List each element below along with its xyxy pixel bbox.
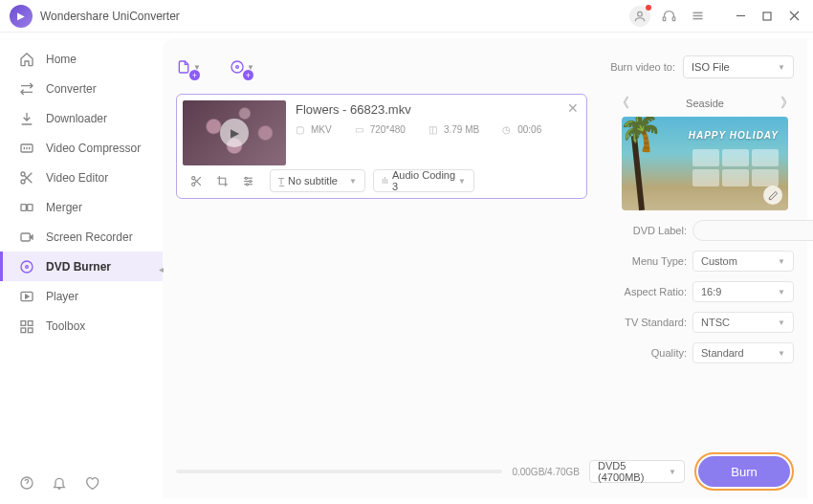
play-icon bbox=[19, 289, 34, 304]
sidebar-item-label: Downloader bbox=[46, 112, 107, 125]
video-card: ▶ Flowers - 66823.mkv ▢MKV ▭720*480 ◫3.7… bbox=[176, 94, 587, 199]
sidebar-item-home[interactable]: Home bbox=[0, 44, 163, 74]
content-row: ▶ Flowers - 66823.mkv ▢MKV ▭720*480 ◫3.7… bbox=[176, 94, 794, 450]
sidebar-item-recorder[interactable]: Screen Recorder bbox=[0, 222, 163, 252]
sidebar: Home Converter Downloader Video Compress… bbox=[0, 33, 163, 504]
sidebar-item-merger[interactable]: Merger bbox=[0, 192, 163, 222]
video-meta: ▢MKV ▭720*480 ◫3.79 MB ◷00:06 bbox=[296, 124, 581, 135]
heart-icon[interactable] bbox=[84, 475, 101, 493]
dvd-label-input[interactable] bbox=[692, 220, 813, 241]
close-button[interactable] bbox=[784, 7, 803, 26]
svg-rect-22 bbox=[28, 320, 33, 325]
template-slot bbox=[752, 149, 779, 166]
video-size: 3.79 MB bbox=[444, 124, 479, 135]
sidebar-item-toolbox[interactable]: Toolbox bbox=[0, 311, 163, 340]
play-overlay-icon[interactable]: ▶ bbox=[220, 119, 249, 147]
svg-rect-21 bbox=[21, 320, 26, 325]
audio-value: Audio Coding 3 bbox=[392, 169, 458, 192]
sidebar-item-label: Toolbox bbox=[46, 319, 85, 333]
svg-rect-2 bbox=[672, 17, 675, 21]
next-template-button[interactable]: 》 bbox=[780, 95, 794, 112]
svg-point-36 bbox=[250, 180, 252, 182]
menu-icon[interactable] bbox=[687, 6, 708, 27]
body: Home Converter Downloader Video Compress… bbox=[0, 33, 813, 504]
subtitle-select[interactable]: T̲No subtitle ▼ bbox=[270, 169, 365, 192]
crop-button[interactable] bbox=[216, 175, 229, 187]
svg-point-29 bbox=[192, 183, 195, 186]
sidebar-bottom bbox=[0, 464, 163, 504]
sidebar-item-label: Video Editor bbox=[46, 171, 108, 185]
trim-button[interactable] bbox=[190, 175, 203, 187]
burn-button[interactable]: Burn bbox=[698, 456, 790, 487]
minimize-button[interactable] bbox=[731, 7, 750, 26]
size-icon: ◫ bbox=[428, 124, 440, 135]
help-icon[interactable] bbox=[19, 475, 36, 493]
sidebar-collapse-handle[interactable]: ◂ bbox=[159, 264, 168, 274]
remove-video-button[interactable]: ✕ bbox=[567, 100, 579, 116]
svg-point-19 bbox=[26, 265, 29, 268]
disc-icon bbox=[19, 259, 34, 274]
chevron-down-icon: ▼ bbox=[778, 257, 785, 266]
quality-label: Quality: bbox=[616, 347, 687, 359]
svg-point-12 bbox=[21, 180, 25, 184]
audio-select[interactable]: ılıAudio Coding 3 ▼ bbox=[373, 169, 474, 192]
main-panel: + ▼ + ▼ Burn video to: ISO File ▼ bbox=[163, 38, 807, 498]
merger-icon bbox=[19, 200, 34, 215]
account-icon[interactable] bbox=[629, 6, 650, 27]
edit-template-button[interactable] bbox=[763, 186, 782, 205]
add-file-button[interactable]: + ▼ bbox=[176, 55, 201, 79]
svg-point-28 bbox=[192, 176, 195, 179]
prev-template-button[interactable]: 《 bbox=[616, 95, 629, 112]
add-disc-button[interactable]: + ▼ bbox=[230, 55, 254, 79]
sidebar-item-player[interactable]: Player bbox=[0, 281, 163, 311]
headset-icon[interactable] bbox=[658, 6, 679, 27]
burn-to-label: Burn video to: bbox=[610, 61, 675, 73]
tv-standard-select[interactable]: NTSC▼ bbox=[692, 312, 794, 333]
video-format: MKV bbox=[311, 124, 332, 135]
svg-rect-24 bbox=[28, 328, 33, 333]
toolbox-icon bbox=[19, 318, 34, 334]
burn-to-select[interactable]: ISO File ▼ bbox=[683, 55, 794, 78]
sidebar-item-downloader[interactable]: Downloader bbox=[0, 103, 163, 133]
resolution-icon: ▭ bbox=[355, 124, 366, 135]
chevron-down-icon: ▼ bbox=[778, 349, 785, 358]
bell-icon[interactable] bbox=[52, 475, 69, 493]
svg-rect-15 bbox=[21, 204, 26, 210]
titlebar: Wondershare UniConverter bbox=[0, 0, 813, 33]
home-icon bbox=[19, 52, 34, 67]
disc-type-select[interactable]: DVD5 (4700MB) ▼ bbox=[589, 460, 685, 483]
format-icon: ▢ bbox=[296, 124, 307, 135]
sidebar-item-label: Video Compressor bbox=[46, 142, 141, 155]
sidebar-item-editor[interactable]: Video Editor bbox=[0, 163, 163, 192]
svg-rect-16 bbox=[28, 204, 33, 210]
template-slot bbox=[722, 149, 749, 166]
video-title: Flowers - 66823.mkv bbox=[296, 102, 581, 117]
svg-point-35 bbox=[245, 177, 247, 179]
svg-point-26 bbox=[231, 61, 243, 73]
aspect-ratio-select[interactable]: 16:9▼ bbox=[692, 281, 794, 302]
aspect-ratio-label: Aspect Ratio: bbox=[616, 286, 687, 297]
template-name: Seaside bbox=[686, 98, 724, 109]
sidebar-item-compressor[interactable]: Video Compressor bbox=[0, 133, 163, 163]
template-slot bbox=[752, 169, 779, 186]
sidebar-item-label: Home bbox=[46, 53, 77, 66]
maximize-button[interactable] bbox=[758, 7, 777, 26]
video-thumbnail[interactable]: ▶ bbox=[183, 100, 286, 165]
sidebar-item-label: Player bbox=[46, 290, 78, 303]
quality-select[interactable]: Standard▼ bbox=[692, 342, 794, 363]
app-title: Wondershare UniConverter bbox=[40, 10, 629, 23]
svg-rect-7 bbox=[763, 12, 771, 20]
menu-type-select[interactable]: Custom▼ bbox=[692, 251, 794, 272]
template-title: HAPPY HOLIDAY bbox=[689, 130, 779, 141]
tv-standard-label: TV Standard: bbox=[616, 317, 687, 328]
app-logo-icon bbox=[10, 5, 33, 28]
sidebar-item-dvd-burner[interactable]: DVD Burner bbox=[0, 252, 163, 281]
template-nav: 《 Seaside 》 bbox=[616, 94, 794, 113]
clock-icon: ◷ bbox=[502, 124, 514, 135]
chevron-down-icon: ▼ bbox=[778, 63, 785, 72]
sidebar-item-label: Converter bbox=[46, 82, 97, 96]
effect-button[interactable] bbox=[242, 175, 254, 187]
size-progress bbox=[176, 470, 502, 473]
sidebar-item-converter[interactable]: Converter bbox=[0, 74, 163, 103]
video-resolution: 720*480 bbox=[370, 124, 406, 135]
